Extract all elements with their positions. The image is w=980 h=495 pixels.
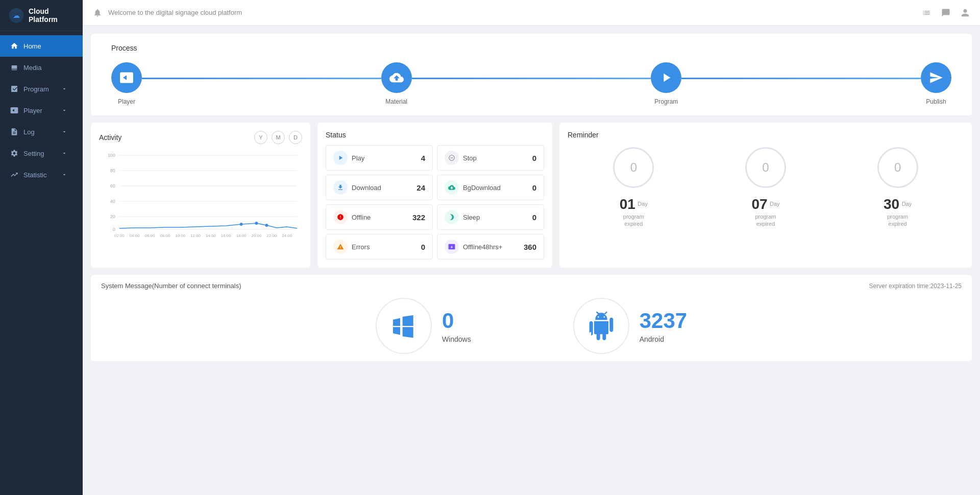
status-name-download: Download (352, 184, 412, 192)
status-grid: Play 4 Stop 0 (326, 145, 544, 260)
status-item-stop: Stop 0 (437, 145, 544, 171)
windows-icon-wrap (376, 298, 432, 354)
sleep-status-icon (445, 210, 459, 224)
status-count-bgdownload: 0 (532, 183, 536, 192)
activity-filters: Y M D (254, 131, 302, 144)
reminder-day-30: 30 Day program expired (884, 196, 912, 227)
server-expiration: Server expiration time:2023-11-25 (869, 282, 962, 290)
status-count-errors: 0 (421, 243, 425, 251)
main-content: Welcome to the digital signage cloud pla… (83, 0, 980, 495)
svg-text:02:00: 02:00 (114, 233, 125, 238)
gear-icon (10, 149, 18, 157)
android-icon-wrap (573, 298, 629, 354)
sidebar-item-log[interactable]: Log (0, 121, 83, 143)
terminal-stats: 0 Windows 3237 Android (101, 298, 962, 354)
status-item-offline48: Offline48hrs+ 360 (437, 234, 544, 260)
step-label-player: Player (118, 98, 135, 105)
program-icon (10, 85, 18, 93)
filter-month-button[interactable]: M (272, 131, 285, 144)
play-status-icon (333, 151, 348, 165)
home-icon (10, 42, 18, 50)
sidebar-item-setting[interactable]: Setting (0, 143, 83, 164)
reminder-day-label-07: program (755, 214, 776, 220)
svg-text:16:00: 16:00 (221, 233, 231, 238)
reminder-circle-2: 0 (745, 147, 786, 188)
upload-icon (389, 70, 404, 85)
filter-day-button[interactable]: D (289, 131, 302, 144)
android-info: 3237 Android (640, 309, 687, 343)
status-count-offline48: 360 (524, 243, 536, 251)
reminder-day-label-01: program (623, 214, 644, 220)
reminder-circle-3: 0 (877, 147, 918, 188)
reminder-day-07: 07 Day program expired (751, 196, 779, 227)
activity-header: Activity Y M D (99, 131, 302, 144)
reminder-section: Reminder 0 0 0 01 D (559, 123, 972, 268)
reminder-title: Reminder (568, 131, 964, 139)
status-count-stop: 0 (532, 154, 536, 162)
status-item-download: Download 24 (326, 175, 433, 200)
android-icon (587, 312, 616, 340)
player-step-icon (119, 70, 134, 85)
step-line-1 (142, 78, 381, 79)
step-line-3 (681, 78, 921, 79)
topbar-user-icon[interactable] (961, 8, 970, 17)
svg-text:22:00: 22:00 (266, 233, 277, 238)
topbar-icons (922, 8, 970, 17)
reminder-day-info: 01 Day program expired 07 Day program ex… (568, 196, 964, 227)
process-step-program: Program (651, 62, 681, 105)
notification-bell-icon[interactable] (93, 8, 102, 17)
process-title: Process (111, 44, 951, 52)
stop-status-icon (445, 151, 459, 165)
topbar-list-icon[interactable] (922, 8, 931, 17)
status-name-bgdownload: BgDownload (463, 184, 528, 192)
middle-row: Activity Y M D (91, 123, 972, 268)
day-number-07: 07 Day (751, 196, 779, 213)
sidebar-item-player[interactable]: Player (0, 100, 83, 121)
svg-text:14:00: 14:00 (206, 233, 216, 238)
step-circle-program (651, 62, 681, 93)
log-icon (10, 128, 18, 136)
process-section: Process Player Material (91, 34, 972, 115)
logo-text: Cloud Platform (29, 7, 75, 23)
activity-title: Activity (99, 133, 121, 142)
filter-year-button[interactable]: Y (254, 131, 267, 144)
nav-label-statistic: Statistic (23, 171, 47, 179)
svg-text:08:00: 08:00 (160, 233, 170, 238)
status-item-offline: Offline 322 (326, 204, 433, 230)
svg-point-16 (265, 224, 268, 227)
status-title: Status (326, 131, 544, 139)
nav-label-log: Log (23, 128, 35, 136)
step-circle-player (111, 62, 142, 93)
chevron-down-icon (61, 107, 67, 113)
svg-text:0: 0 (113, 227, 115, 232)
status-name-stop: Stop (463, 154, 528, 162)
svg-text:20: 20 (110, 214, 115, 219)
activity-chart: 100 80 60 40 20 0 02:00 0 (99, 150, 302, 242)
reminder-circle-1: 0 (613, 147, 654, 188)
reminder-donut-2: 0 (745, 147, 786, 188)
reminder-day-01: 01 Day program expired (620, 196, 648, 227)
reminder-day-label-30: program (887, 214, 908, 220)
sidebar-item-media[interactable]: Media (0, 57, 83, 78)
reminder-day-label-07b: expired (756, 221, 775, 227)
sidebar-item-program[interactable]: Program (0, 78, 83, 100)
bgdownload-status-icon (445, 180, 459, 195)
windows-label: Windows (442, 335, 471, 343)
sidebar-navigation: Home Media Program Player Log Setting (0, 31, 83, 185)
svg-text:12:00: 12:00 (190, 233, 201, 238)
status-name-play: Play (352, 154, 417, 162)
topbar-message-icon[interactable] (941, 8, 950, 17)
svg-point-15 (255, 222, 258, 225)
status-name-offline48: Offline48hrs+ (463, 243, 520, 251)
day-number-01: 01 Day (620, 196, 648, 213)
status-name-sleep: Sleep (463, 214, 528, 221)
svg-text:18:00: 18:00 (236, 233, 247, 238)
sidebar-item-home[interactable]: Home (0, 35, 83, 57)
system-message-section: System Message(Number of connect termina… (91, 275, 972, 361)
sidebar-item-statistic[interactable]: Statistic (0, 164, 83, 185)
svg-text:24:00: 24:00 (282, 233, 292, 238)
process-step-material: Material (381, 62, 412, 105)
step-label-publish: Publish (926, 98, 946, 105)
svg-text:60: 60 (110, 183, 115, 188)
svg-text:04:00: 04:00 (130, 233, 140, 238)
